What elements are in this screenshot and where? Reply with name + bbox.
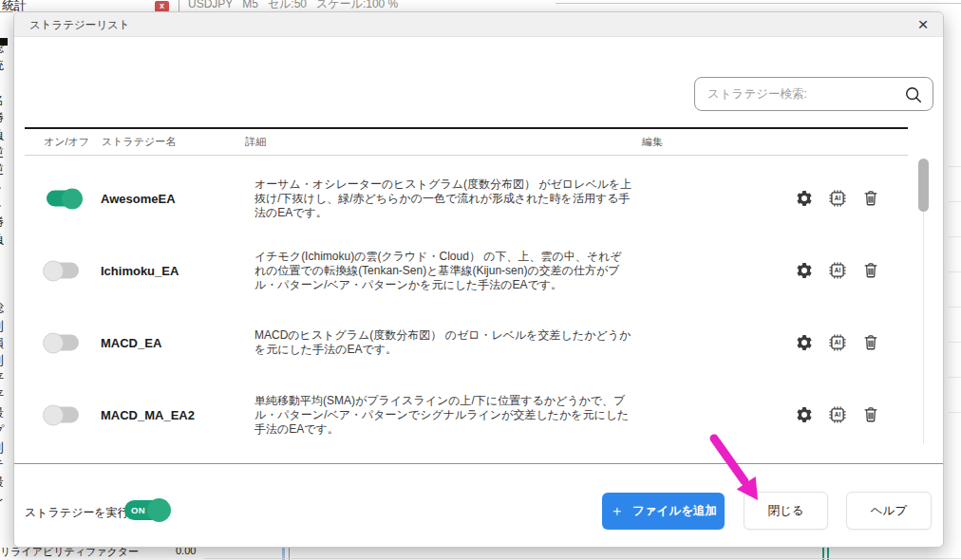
background-clipped-stats-column: 総 統 | 名 勝 負 逆 逆 ト ト 勝 負 1 1 」 総 利 損 利 平 … bbox=[0, 40, 8, 509]
run-strategy-toggle[interactable]: ON bbox=[124, 500, 166, 520]
delete-trash-icon[interactable] bbox=[862, 262, 879, 279]
close-button[interactable]: 閉じる bbox=[744, 492, 828, 530]
svg-text:AI: AI bbox=[835, 195, 841, 201]
search-icon[interactable] bbox=[904, 85, 923, 108]
strategy-search-box bbox=[694, 77, 933, 111]
toggle-knob bbox=[147, 498, 171, 522]
plus-icon: ＋ bbox=[610, 502, 624, 520]
column-header-edit: 編集 bbox=[642, 135, 663, 149]
toggle-knob bbox=[43, 260, 64, 281]
background-grid-line bbox=[949, 166, 961, 167]
strategy-name: MACD_MA_EA2 bbox=[101, 408, 195, 422]
svg-text:AI: AI bbox=[835, 411, 841, 418]
toggle-knob bbox=[62, 188, 83, 209]
settings-gear-icon[interactable] bbox=[796, 406, 813, 423]
table-row: MACD_MA_EA2 単純移動平均(SMA)がプライスラインの上/下に位置する… bbox=[14, 379, 945, 451]
run-strategy-label: ストラテジーを実行 bbox=[25, 505, 129, 521]
ai-chip-icon[interactable]: AI bbox=[829, 262, 846, 279]
background-grid-line bbox=[204, 558, 961, 559]
ai-chip-icon[interactable]: AI bbox=[829, 334, 846, 351]
strategy-name: AwesomeEA bbox=[101, 192, 176, 206]
strategy-name: Ichimoku_EA bbox=[101, 264, 179, 278]
delete-trash-icon[interactable] bbox=[862, 406, 879, 423]
table-row: AwesomeEA オーサム・オシレーターのヒストグラム(度数分布図） がゼロレ… bbox=[14, 162, 945, 234]
strategy-enable-toggle[interactable] bbox=[47, 191, 79, 207]
footer-separator bbox=[14, 463, 943, 464]
background-grid-line bbox=[949, 412, 961, 413]
scrollbar-thumb[interactable] bbox=[918, 159, 929, 212]
dialog-close-icon[interactable]: × bbox=[911, 13, 935, 36]
strategy-description: イチモク(Ichimoku)の雲(クラウド・Cloud） の下、上、雲の中、それ… bbox=[254, 250, 632, 292]
ai-chip-icon[interactable]: AI bbox=[829, 190, 846, 207]
strategy-rows: AwesomeEA オーサム・オシレーターのヒストグラム(度数分布図） がゼロレ… bbox=[14, 162, 945, 451]
settings-gear-icon[interactable] bbox=[796, 334, 813, 351]
add-file-button[interactable]: ＋ ファイルを追加 bbox=[602, 493, 725, 530]
svg-text:AI: AI bbox=[835, 267, 841, 273]
strategy-enable-toggle[interactable] bbox=[47, 263, 79, 279]
svg-text:AI: AI bbox=[835, 339, 841, 345]
settings-gear-icon[interactable] bbox=[796, 190, 813, 207]
background-grid-line bbox=[949, 236, 961, 237]
search-input[interactable] bbox=[707, 79, 897, 109]
strategy-enable-toggle[interactable] bbox=[47, 335, 79, 351]
add-file-label: ファイルを追加 bbox=[632, 503, 717, 519]
strategy-name: MACD_EA bbox=[101, 336, 161, 350]
dialog-title: ストラテジーリスト bbox=[29, 18, 130, 32]
screen: 統計 x USDJPY M5 セル:50 スケール:100 % 総 統 | 名 … bbox=[0, 0, 961, 560]
table-row: MACD_EA MACDのヒストグラム(度数分布図） のゼロ・レベルを交差したか… bbox=[14, 307, 945, 379]
table-row: Ichimoku_EA イチモク(Ichimoku)の雲(クラウド・Cloud）… bbox=[14, 234, 945, 307]
toggle-on-text: ON bbox=[131, 505, 145, 515]
strategy-list-dialog: ストラテジーリスト × オン/オフ ストラテジー名 詳細 編集 AwesomeE… bbox=[13, 11, 944, 548]
strategy-description: オーサム・オシレーターのヒストグラム(度数分布図） がゼロレベルを上抜け/下抜け… bbox=[254, 177, 632, 220]
delete-trash-icon[interactable] bbox=[862, 190, 879, 207]
column-header-detail: 詳細 bbox=[245, 135, 266, 149]
column-header-onoff: オン/オフ bbox=[44, 135, 89, 149]
ai-chip-icon[interactable]: AI bbox=[829, 406, 846, 423]
background-grid-line bbox=[949, 201, 961, 202]
background-grid-line bbox=[949, 377, 961, 378]
table-top-border bbox=[25, 127, 908, 129]
delete-trash-icon[interactable] bbox=[862, 334, 879, 351]
help-button[interactable]: ヘルプ bbox=[846, 492, 932, 530]
column-header-name: ストラテジー名 bbox=[102, 135, 176, 149]
toggle-knob bbox=[43, 332, 64, 353]
background-border-line bbox=[556, 3, 961, 4]
strategy-description: 単純移動平均(SMA)がプライスラインの上/下に位置するかどうかで、ブル・パター… bbox=[254, 394, 632, 437]
strategy-enable-toggle[interactable] bbox=[47, 407, 79, 423]
background-grid-line bbox=[949, 271, 961, 272]
settings-gear-icon[interactable] bbox=[796, 262, 813, 279]
background-grid-line bbox=[949, 342, 961, 343]
table-header-underline bbox=[25, 155, 908, 156]
background-border-line bbox=[0, 11, 13, 12]
toggle-knob bbox=[43, 404, 64, 425]
dialog-titlebar bbox=[14, 12, 943, 37]
strategy-description: MACDのヒストグラム(度数分布図） のゼロ・レベルを交差したかどうかを元にした… bbox=[254, 328, 632, 357]
background-grid-line bbox=[949, 307, 961, 308]
